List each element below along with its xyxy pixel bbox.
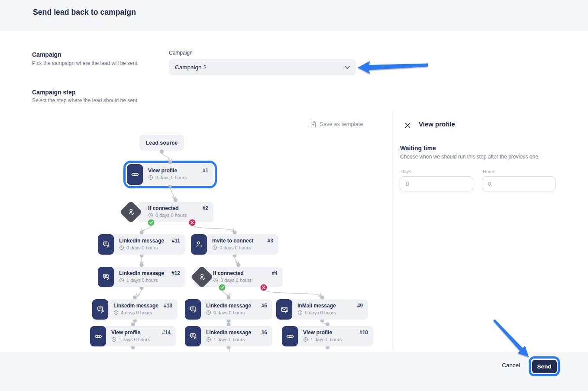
message-icon xyxy=(98,234,114,255)
node-body: Invite to connect#30 days 0 hours xyxy=(204,234,278,255)
node-wait-time: 0 days 0 hours xyxy=(119,245,180,250)
panel-title: View profile xyxy=(419,120,455,128)
eye-icon xyxy=(90,326,106,346)
document-plus-icon xyxy=(310,120,317,128)
node-body: View profile#101 days 0 hours xyxy=(295,326,373,346)
hours-input[interactable] xyxy=(482,176,556,191)
clock-icon xyxy=(213,278,218,283)
node-title: LinkedIn message xyxy=(206,330,251,336)
flow-node-step-10[interactable]: View profile#101 days 0 hours xyxy=(282,326,373,346)
save-as-template-button[interactable]: Save as template xyxy=(310,120,363,128)
node-number: #2 xyxy=(203,205,208,211)
connector-port xyxy=(131,323,135,326)
node-body: LinkedIn message#121 days 0 hours xyxy=(111,267,185,287)
campaign-select-value: Campaign 2 xyxy=(175,64,207,71)
node-body: LinkedIn message#50 days 0 hours xyxy=(198,299,272,320)
connector-port xyxy=(133,296,137,299)
connector-port xyxy=(326,323,330,326)
node-body: LinkedIn message#61 days 0 hours xyxy=(198,326,272,346)
flow-node-step-13[interactable]: LinkedIn message#134 days 0 hours xyxy=(92,299,178,320)
flow-node-step-11[interactable]: LinkedIn message#110 days 0 hours xyxy=(98,234,185,255)
panel-divider xyxy=(392,111,392,352)
connector-port xyxy=(140,263,143,267)
modal-footer xyxy=(0,352,588,391)
cancel-button[interactable]: Cancel xyxy=(500,361,522,369)
node-wait-time: 1 days 0 hours xyxy=(303,337,368,342)
node-title: LinkedIn message xyxy=(119,270,164,276)
campaign-step-description: Select the step where the lead should be… xyxy=(32,97,139,103)
campaign-select[interactable]: Campaign 2 xyxy=(169,59,356,75)
node-number: #12 xyxy=(171,270,180,276)
node-wait-time: 3 days 0 hours xyxy=(213,278,278,283)
node-title: View profile xyxy=(111,330,140,336)
arrow-to-send-button xyxy=(493,319,529,357)
clock-icon xyxy=(206,337,211,342)
node-body: View profile#10 days 0 hours xyxy=(140,164,213,185)
node-number: #6 xyxy=(262,330,267,336)
close-panel-button[interactable] xyxy=(404,121,411,129)
clock-icon xyxy=(212,245,217,250)
flow-node-step-2[interactable]: If connected#20 days 0 hours xyxy=(138,202,213,222)
connector-port xyxy=(233,231,236,234)
node-number: #3 xyxy=(268,238,273,244)
modal-title: Send lead back to campaign xyxy=(33,8,136,17)
days-label: Days xyxy=(401,169,411,174)
message-icon xyxy=(185,299,201,320)
node-number: #5 xyxy=(262,303,267,309)
flow-node-lead-source[interactable]: Lead source xyxy=(139,135,184,151)
save-as-template-label: Save as template xyxy=(320,121,363,127)
mail-icon xyxy=(276,299,292,320)
node-number: #4 xyxy=(272,270,278,276)
connector-port xyxy=(320,296,324,299)
clock-icon xyxy=(113,310,119,315)
flow-node-step-14[interactable]: View profile#141 days 0 hours xyxy=(90,326,176,346)
eye-icon xyxy=(127,164,143,185)
campaign-step-heading: Campaign step xyxy=(32,89,75,96)
clock-icon xyxy=(119,245,124,250)
clock-icon xyxy=(111,337,116,342)
arrow-to-campaign-select xyxy=(358,61,428,74)
days-input[interactable] xyxy=(400,176,473,191)
node-wait-time: 0 days 0 hours xyxy=(206,310,267,315)
clock-icon xyxy=(303,337,308,342)
flow-node-step-12[interactable]: LinkedIn message#121 days 0 hours xyxy=(98,267,185,287)
close-icon xyxy=(405,123,410,128)
connector-port xyxy=(168,161,172,164)
chevron-down-icon xyxy=(345,66,350,69)
node-wait-time: 0 days 0 hours xyxy=(148,175,208,180)
flow-node-step-1[interactable]: View profile#10 days 0 hours xyxy=(127,164,213,185)
connector-port xyxy=(174,198,178,202)
node-wait-time: 0 days 0 hours xyxy=(297,310,363,315)
message-icon xyxy=(185,326,201,346)
connector-port xyxy=(227,323,230,326)
flow-node-step-6[interactable]: LinkedIn message#61 days 0 hours xyxy=(185,326,272,346)
send-button[interactable]: Send xyxy=(532,360,557,373)
campaign-field-label: Campaign xyxy=(169,50,193,56)
node-title: View profile xyxy=(303,330,332,336)
flow-node-step-9[interactable]: InMail message#90 days 0 hours xyxy=(276,299,368,320)
clock-icon xyxy=(206,310,211,315)
campaign-section-heading: Campaign xyxy=(32,51,61,58)
node-body: View profile#141 days 0 hours xyxy=(103,326,176,346)
node-title: If connected xyxy=(148,205,179,211)
clock-icon xyxy=(297,310,303,315)
clock-icon xyxy=(148,175,153,180)
node-title: LinkedIn message xyxy=(119,238,164,244)
message-icon xyxy=(92,299,108,320)
node-title: If connected xyxy=(213,270,244,276)
node-body: InMail message#90 days 0 hours xyxy=(289,299,368,320)
node-number: #9 xyxy=(357,303,363,309)
node-title: Invite to connect xyxy=(212,238,253,244)
message-icon xyxy=(98,267,114,287)
node-wait-time: 1 days 0 hours xyxy=(119,278,180,283)
flow-node-step-3[interactable]: Invite to connect#30 days 0 hours xyxy=(191,234,278,255)
connector-port xyxy=(140,231,143,234)
node-title: LinkedIn message xyxy=(113,303,158,309)
flow-node-step-5[interactable]: LinkedIn message#50 days 0 hours xyxy=(185,299,272,320)
send-button-highlight: Send xyxy=(529,356,560,376)
person-check-icon xyxy=(197,273,206,281)
node-number: #1 xyxy=(203,168,208,174)
node-wait-time: 0 days 0 hours xyxy=(148,213,208,218)
node-title: LinkedIn message xyxy=(206,303,251,309)
node-wait-time: 4 days 0 hours xyxy=(113,310,172,315)
